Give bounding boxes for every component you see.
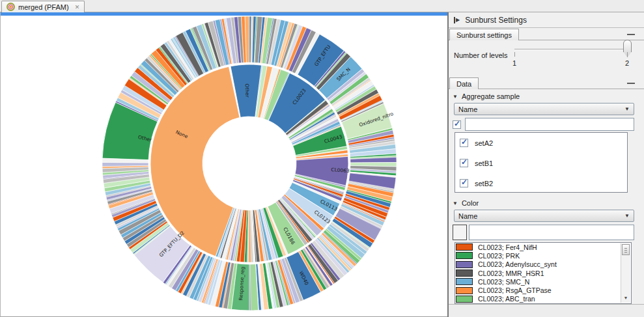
tab-title: merged (PFAM): [18, 3, 69, 11]
color-filter-input[interactable]: [469, 225, 634, 240]
color-list-scrollbar[interactable]: ▼: [621, 243, 630, 303]
data-group-tab[interactable]: Data: [449, 77, 479, 89]
color-list-item[interactable]: CL0023; PRK: [455, 251, 631, 260]
color-swatch-button[interactable]: [453, 225, 467, 240]
tab-bar: merged (PFAM) ✕: [0, 0, 644, 12]
setB1-checkbox[interactable]: ✓: [460, 159, 468, 167]
color-list-item[interactable]: CL0023; Adenylsucc_synt: [455, 260, 631, 269]
scrollbar-thumb[interactable]: [622, 244, 630, 255]
slider-tick-1: [514, 52, 515, 57]
color-entry-label: CL0023; Adenylsucc_synt: [478, 260, 557, 268]
application-window: merged (PFAM) ✕ OtherCL0023CL0043CL0063C…: [0, 0, 644, 317]
panel-title-row: ▶ Sunburst Settings: [449, 12, 644, 28]
slider-max-label: 2: [625, 59, 629, 67]
color-swatch: [456, 252, 473, 259]
sample-row-setB1[interactable]: ✓ setB1: [455, 153, 627, 173]
dropdown-arrow-icon: ▼: [624, 106, 630, 112]
settings-group-label: Sunburst settings: [456, 31, 512, 39]
levels-slider-label: Number of levels: [454, 51, 508, 59]
color-dropdown-value: Name: [458, 212, 477, 220]
sample-filter-checkbox[interactable]: ✓: [453, 120, 461, 129]
color-entry-label: CL0023; PRK: [478, 252, 520, 260]
color-swatch: [456, 287, 473, 294]
triangle-down-icon: ▼: [453, 94, 458, 100]
color-label: Color: [462, 199, 479, 207]
color-list-item[interactable]: CL0023; SMC_N: [455, 277, 631, 286]
sample-label: setB1: [475, 159, 493, 167]
sunburst-label: Other: [244, 83, 251, 98]
data-group-label: Data: [456, 80, 471, 88]
slider-min-label: 1: [512, 59, 516, 67]
slider-tick-2: [627, 52, 628, 57]
sample-label: setA2: [475, 139, 493, 147]
color-entry-label: CL0023; RsgA_GTPase: [478, 286, 552, 294]
color-list-item[interactable]: CL0023; MMR_HSR1: [455, 269, 631, 277]
panel-title: Sunburst Settings: [465, 16, 527, 25]
color-name-dropdown[interactable]: Name ▼: [454, 210, 634, 222]
color-list: CL0023; Fer4_NifH CL0023; PRK CL0023; Ad…: [455, 242, 632, 304]
sunburst-settings-panel: ▶ Sunburst Settings Sunburst settings Nu…: [447, 12, 644, 317]
check-icon: ✓: [461, 137, 468, 146]
collapse-panel-icon[interactable]: ▶: [454, 17, 460, 23]
color-entry-label: CL0023; Fer4_NifH: [478, 243, 537, 251]
color-list-item[interactable]: CL0023; RsgA_GTPase: [455, 286, 631, 294]
dropdown-arrow-icon: ▼: [624, 213, 630, 219]
aggregate-sample-label: Aggregate sample: [462, 92, 520, 100]
setA2-checkbox[interactable]: ✓: [460, 139, 468, 147]
data-group-header: Data: [449, 77, 644, 89]
sample-list: ✓ setA2 ✓ setB1 ✓ setB2: [455, 132, 628, 193]
sample-filter-input[interactable]: [465, 118, 634, 131]
color-entry-label: CL0023; SMC_N: [478, 278, 529, 286]
sample-row-setA2[interactable]: ✓ setA2: [455, 133, 627, 153]
settings-group-header: Sunburst settings: [449, 29, 644, 40]
sample-row-setB2[interactable]: ✓ setB2: [455, 173, 627, 193]
color-expander[interactable]: ▼ Color: [453, 199, 479, 207]
aggregate-sample-expander[interactable]: ▼ Aggregate sample: [453, 92, 520, 100]
color-entry-label: CL0023; ABC_tran: [478, 295, 535, 303]
check-icon: ✓: [461, 178, 468, 187]
color-swatch: [456, 269, 473, 277]
aggregate-dropdown-value: Name: [458, 105, 477, 113]
check-icon: ✓: [461, 158, 468, 167]
sample-label: setB2: [475, 180, 493, 187]
color-swatch: [456, 243, 473, 251]
panel-bottom-strip: [449, 304, 644, 317]
aggregate-name-dropdown[interactable]: Name ▼: [454, 103, 634, 115]
settings-group-tab[interactable]: Sunburst settings: [449, 29, 519, 40]
minimize-data-icon[interactable]: [627, 83, 635, 84]
color-swatch: [456, 278, 473, 285]
sunburst-chart[interactable]: OtherCL0023CL0043CL0063CL0113CL0123CL018…: [1, 16, 448, 317]
check-icon: ✓: [454, 119, 460, 128]
color-entry-label: CL0023; MMR_HSR1: [478, 269, 544, 277]
tab-merged-pfam[interactable]: merged (PFAM) ✕: [1, 1, 85, 12]
tab-close-icon[interactable]: ✕: [75, 4, 80, 10]
color-list-item[interactable]: CL0023; ABC_tran: [455, 295, 631, 303]
color-swatch: [456, 296, 473, 303]
minimize-settings-icon[interactable]: [627, 34, 635, 35]
sunburst-file-icon: [7, 3, 15, 11]
triangle-down-icon: ▼: [453, 200, 458, 206]
chart-pane: OtherCL0023CL0043CL0063CL0113CL0123CL018…: [0, 12, 447, 317]
setB2-checkbox[interactable]: ✓: [460, 179, 468, 187]
scroll-down-icon[interactable]: ▼: [622, 294, 630, 302]
color-list-item[interactable]: CL0023; Fer4_NifH: [455, 243, 631, 251]
color-swatch: [456, 261, 473, 268]
levels-slider-track[interactable]: [514, 49, 631, 50]
